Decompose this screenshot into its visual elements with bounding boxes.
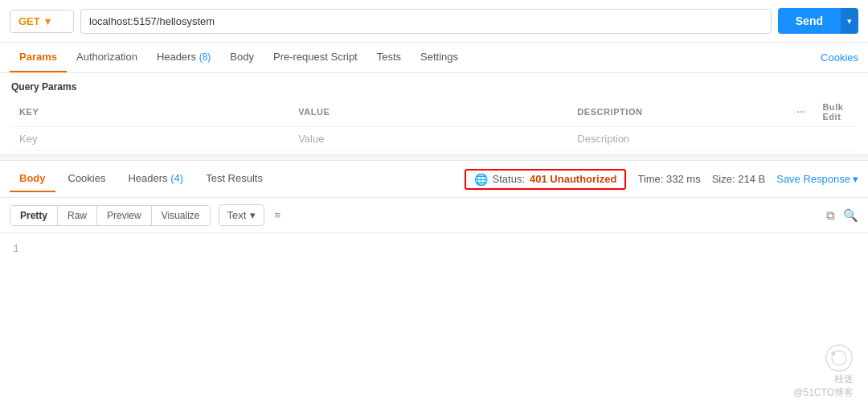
description-cell[interactable]: Description <box>569 127 789 151</box>
size-value: Size: 214 B <box>712 173 766 185</box>
body-toolbar: Pretty Raw Preview Visualize Text ▾ ≡ ⧉ … <box>0 198 868 233</box>
method-label: GET <box>18 15 40 27</box>
line-number: 1 <box>13 243 19 255</box>
response-header: Body Cookies Headers (4) Test Results 🌐 … <box>0 161 868 198</box>
resp-tab-cookies[interactable]: Cookies <box>59 166 116 192</box>
save-response-button[interactable]: Save Response ▾ <box>776 173 858 185</box>
tab-pre-request[interactable]: Pre-request Script <box>264 43 367 72</box>
col-bulk-edit[interactable]: Bulk Edit <box>814 97 857 127</box>
tab-params[interactable]: Params <box>10 43 67 72</box>
key-cell[interactable]: Key <box>11 127 290 151</box>
format-pretty-button[interactable]: Pretty <box>10 206 58 225</box>
params-table: KEY VALUE DESCRIPTION ··· Bulk Edit Key … <box>11 97 857 151</box>
tab-headers[interactable]: Headers (8) <box>147 43 220 72</box>
format-btn-group: Pretty Raw Preview Visualize <box>10 205 211 226</box>
status-code: 401 Unauthorized <box>530 173 616 185</box>
resp-tab-test-results[interactable]: Test Results <box>196 166 272 192</box>
text-type-dropdown[interactable]: Text ▾ <box>219 204 265 226</box>
request-tabs: Params Authorization Headers (8) Body Pr… <box>0 43 868 73</box>
send-button[interactable]: Send <box>778 8 841 34</box>
globe-icon: 🌐 <box>474 173 488 186</box>
table-row: Key Value Description <box>11 127 857 151</box>
tab-settings[interactable]: Settings <box>411 43 468 72</box>
query-params-title: Query Params <box>11 81 857 92</box>
tab-authorization[interactable]: Authorization <box>67 43 147 72</box>
url-bar: GET ▾ Send ▾ <box>0 0 868 43</box>
col-key: KEY <box>11 97 290 127</box>
tab-body[interactable]: Body <box>220 43 264 72</box>
bulk-cell <box>814 127 857 151</box>
format-raw-button[interactable]: Raw <box>58 206 97 225</box>
section-divider <box>0 154 868 161</box>
text-type-chevron-icon: ▾ <box>250 209 256 221</box>
response-body: 1 <box>0 233 868 298</box>
value-cell[interactable]: Value <box>290 127 569 151</box>
format-visualize-button[interactable]: Visualize <box>152 206 210 225</box>
status-area: 🌐 Status: 401 Unauthorized Time: 332 ms … <box>465 169 858 190</box>
status-badge: 🌐 Status: 401 Unauthorized <box>465 169 627 190</box>
resp-headers-badge: (4) <box>170 172 183 184</box>
send-btn-group: Send ▾ <box>778 8 858 34</box>
tab-tests[interactable]: Tests <box>367 43 411 72</box>
cookies-link[interactable]: Cookies <box>821 51 858 64</box>
resp-tab-body[interactable]: Body <box>10 166 55 192</box>
url-input[interactable] <box>80 9 772 34</box>
status-label: Status: <box>493 173 525 185</box>
copy-icon[interactable]: ⧉ <box>826 208 835 223</box>
method-chevron-icon: ▾ <box>45 15 51 27</box>
col-more: ··· <box>789 97 815 127</box>
search-icon[interactable]: 🔍 <box>843 208 858 223</box>
time-value: Time: 332 ms <box>637 173 700 185</box>
filter-icon[interactable]: ≡ <box>274 209 280 221</box>
headers-badge: (8) <box>199 51 211 63</box>
query-params-section: Query Params KEY VALUE DESCRIPTION ··· B… <box>0 73 868 154</box>
format-preview-button[interactable]: Preview <box>97 206 152 225</box>
col-value: VALUE <box>290 97 569 127</box>
body-icons: ⧉ 🔍 <box>826 208 858 223</box>
resp-tab-headers[interactable]: Headers (4) <box>118 166 193 192</box>
col-description: DESCRIPTION <box>569 97 789 127</box>
method-selector[interactable]: GET ▾ <box>10 10 74 33</box>
save-response-chevron-icon: ▾ <box>853 173 858 185</box>
text-type-label: Text <box>227 209 247 221</box>
more-cell <box>789 127 815 151</box>
send-dropdown-button[interactable]: ▾ <box>841 8 858 34</box>
